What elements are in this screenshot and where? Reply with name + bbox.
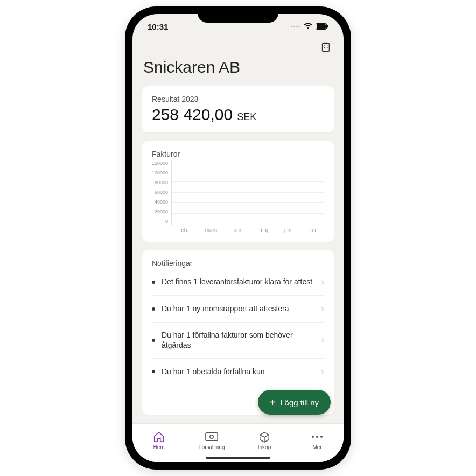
- notifications-list: Det finns 1 leverantörsfakturor klara fö…: [152, 273, 324, 385]
- chart-y-axis: 120000100000800006000040000200000: [152, 160, 168, 225]
- invoices-card[interactable]: Fakturor 1200001000008000060000400002000…: [142, 141, 334, 242]
- gridline: [172, 202, 324, 203]
- tab-box[interactable]: Inköp: [246, 431, 283, 450]
- fab-label: Lägg till ny: [280, 398, 319, 407]
- home-indicator: [206, 457, 270, 459]
- svg-point-6: [324, 47, 325, 48]
- chevron-right-icon: ›: [321, 276, 324, 288]
- notification-item[interactable]: Det finns 1 leverantörsfakturor klara fö…: [152, 273, 324, 295]
- gridline: [172, 171, 324, 171]
- x-tick: maj: [259, 227, 268, 233]
- svg-point-7: [327, 47, 328, 48]
- tab-home[interactable]: Hem: [140, 431, 178, 450]
- invoices-title: Fakturor: [152, 150, 324, 158]
- signal-dots-icon: ••••: [291, 24, 300, 30]
- status-time: 10:31: [148, 22, 168, 31]
- svg-point-10: [312, 436, 314, 438]
- add-new-button[interactable]: + Lägg till ny: [258, 390, 331, 415]
- svg-rect-3: [323, 44, 330, 52]
- y-tick: 60000: [155, 190, 168, 195]
- gridline: [172, 181, 324, 182]
- home-icon: [152, 431, 165, 443]
- notification-text: Du har 1 ny momsrapport att attestera: [162, 304, 314, 314]
- tab-label: Inköp: [258, 444, 271, 450]
- gridline: [172, 160, 324, 160]
- svg-point-5: [327, 45, 328, 46]
- tab-label: Hem: [153, 444, 164, 450]
- svg-point-4: [324, 45, 325, 46]
- status-right: ••••: [291, 23, 328, 30]
- notification-item[interactable]: Du har 1 ny momsrapport att attestera›: [152, 295, 324, 322]
- page-title: Snickaren AB: [143, 58, 334, 76]
- notification-text: Du har 1 förfallna fakturor som behöver …: [162, 330, 314, 351]
- chart-bars: [172, 160, 324, 225]
- cash-icon: [205, 431, 218, 443]
- notification-item[interactable]: Du har 1 förfallna fakturor som behöver …: [152, 322, 324, 358]
- box-icon: [258, 431, 271, 443]
- x-tick: feb.: [179, 227, 188, 233]
- svg-point-11: [316, 436, 318, 438]
- gridline: [172, 192, 324, 193]
- x-tick: juli: [309, 227, 316, 233]
- result-currency: SEK: [237, 111, 256, 123]
- screen: 10:31 •••• Snickaren AB Resultat 2023: [132, 14, 344, 462]
- result-card[interactable]: Resultat 2023 258 420,00 SEK: [142, 86, 334, 132]
- bullet-icon: [152, 281, 155, 284]
- bullet-icon: [152, 307, 155, 311]
- amount-row: 258 420,00 SEK: [152, 106, 324, 124]
- svg-rect-1: [317, 24, 326, 29]
- chevron-right-icon: ›: [321, 303, 324, 314]
- y-tick: 0: [165, 219, 168, 224]
- notification-text: Du har 1 obetalda förfallna kun: [162, 367, 314, 377]
- tab-label: Försäljning: [199, 444, 225, 450]
- y-tick: 40000: [155, 199, 168, 205]
- tab-label: Mer: [312, 444, 321, 450]
- notification-item[interactable]: Du har 1 obetalda förfallna kun›: [152, 358, 324, 385]
- svg-point-12: [320, 436, 323, 438]
- tab-cash[interactable]: Försäljning: [193, 431, 230, 450]
- tab-more[interactable]: Mer: [298, 431, 336, 450]
- y-tick: 100000: [152, 170, 168, 176]
- y-tick: 20000: [155, 209, 168, 214]
- header-actions: [142, 39, 334, 53]
- building-icon[interactable]: [320, 41, 332, 53]
- phone-frame: 10:31 •••• Snickaren AB Resultat 2023: [125, 6, 351, 470]
- battery-icon: [316, 23, 328, 30]
- chart-x-axis: feb.marsapr.majjunijuli: [171, 227, 324, 233]
- svg-rect-8: [206, 432, 218, 440]
- svg-rect-2: [327, 25, 328, 28]
- chart-plot: [171, 160, 324, 225]
- notifications-title: Notifieringar: [152, 259, 324, 268]
- notch: [198, 6, 278, 23]
- x-tick: mars: [205, 227, 217, 233]
- gridline: [172, 213, 324, 214]
- plus-icon: +: [270, 397, 276, 408]
- y-tick: 120000: [152, 160, 168, 166]
- chart: 120000100000800006000040000200000: [152, 160, 324, 225]
- notification-text: Det finns 1 leverantörsfakturor klara fö…: [162, 277, 314, 287]
- x-tick: juni: [284, 227, 293, 233]
- svg-point-9: [210, 435, 213, 438]
- bullet-icon: [152, 339, 155, 342]
- more-icon: [311, 431, 324, 443]
- result-amount: 258 420,00: [152, 106, 233, 124]
- result-label: Resultat 2023: [152, 95, 324, 103]
- chevron-right-icon: ›: [321, 334, 324, 346]
- y-tick: 80000: [155, 180, 168, 185]
- wifi-icon: [304, 23, 312, 30]
- bullet-icon: [152, 370, 155, 373]
- content-area: Snickaren AB Resultat 2023 258 420,00 SE…: [132, 39, 344, 423]
- chevron-right-icon: ›: [321, 366, 324, 377]
- x-tick: apr.: [234, 227, 243, 233]
